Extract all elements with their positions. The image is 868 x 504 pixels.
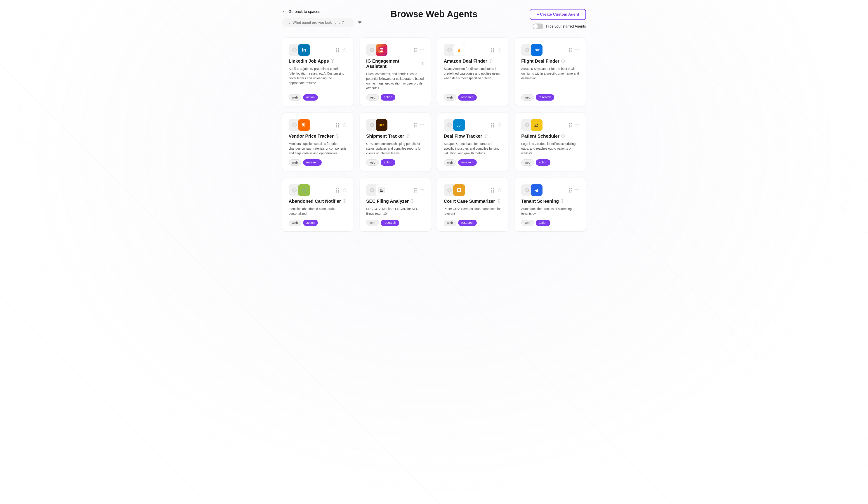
tag-action: action bbox=[381, 94, 395, 101]
star-icon[interactable]: ☆ bbox=[342, 122, 347, 128]
star-icon[interactable]: ☆ bbox=[575, 187, 579, 193]
brand-icon-sec-filing-analyzer: ⚖ bbox=[376, 184, 388, 196]
more-options-icon[interactable] bbox=[569, 188, 572, 193]
more-options-icon[interactable] bbox=[414, 188, 416, 193]
svg-text:Z:: Z: bbox=[534, 123, 538, 127]
info-icon[interactable]: ⓘ bbox=[561, 199, 564, 204]
more-options-icon[interactable] bbox=[336, 123, 339, 127]
agent-card-linkedin-job-apps[interactable]: in ☆ LinkedIn Job Apps ⓘ Applies to jobs… bbox=[282, 38, 353, 106]
tag-web: web bbox=[444, 94, 456, 101]
agent-title: Vendor Price Tracker ⓘ bbox=[289, 134, 347, 139]
back-arrow-icon: ← bbox=[282, 9, 287, 14]
star-icon[interactable]: ☆ bbox=[342, 187, 347, 193]
more-options-icon[interactable] bbox=[491, 188, 494, 193]
agent-tags: webaction bbox=[289, 220, 347, 226]
star-icon[interactable]: ☆ bbox=[420, 187, 424, 193]
agent-card-shipment-tracker[interactable]: UPS ☆ Shipment Tracker ⓘ UPS.com Monitor… bbox=[360, 113, 431, 171]
search-input[interactable] bbox=[292, 21, 350, 25]
info-icon[interactable]: ⓘ bbox=[406, 134, 410, 138]
agent-tags: webresearch bbox=[521, 94, 579, 101]
agent-description: Automates the process of screening tenan… bbox=[521, 207, 579, 216]
agent-card-vendor-price-tracker[interactable]: 阿 ☆ Vendor Price Tracker ⓘ Monitors supp… bbox=[282, 113, 353, 171]
more-options-icon[interactable] bbox=[414, 48, 416, 52]
star-icon[interactable]: ☆ bbox=[497, 187, 502, 193]
star-icon[interactable]: ☆ bbox=[497, 122, 502, 128]
agent-tags: webresearch bbox=[444, 94, 502, 101]
more-options-icon[interactable] bbox=[569, 48, 572, 52]
tag-research: research bbox=[458, 220, 477, 226]
more-options-icon[interactable] bbox=[414, 123, 416, 127]
brand-icon-deal-flow-tracker: cb bbox=[453, 119, 465, 131]
tag-research: research bbox=[381, 220, 399, 226]
agent-card-patient-scheduler[interactable]: Z: ☆ Patient Scheduler ⓘ Logs into Zocdo… bbox=[515, 113, 586, 171]
agent-tags: webresearch bbox=[444, 160, 502, 166]
agent-card-deal-flow-tracker[interactable]: cb ☆ Deal Flow Tracker ⓘ Scrapes Crunchb… bbox=[437, 113, 508, 171]
star-icon[interactable]: ☆ bbox=[575, 47, 579, 53]
svg-text:阿: 阿 bbox=[301, 123, 306, 127]
tag-web: web bbox=[366, 160, 379, 166]
agent-card-sec-filing-analyzer[interactable]: ⚖ ☆ SEC Filing Analyzer ⓘ SEC.GOV. Monit… bbox=[360, 178, 431, 232]
star-icon[interactable]: ☆ bbox=[575, 122, 579, 128]
info-icon[interactable]: ⓘ bbox=[497, 199, 500, 204]
agent-card-court-case-summarizer[interactable]: ☆ Court Case Summarizer ⓘ Pacer.GOV. Scr… bbox=[437, 178, 508, 232]
svg-text:◀: ◀ bbox=[534, 188, 538, 193]
search-icon bbox=[286, 20, 290, 25]
tag-web: web bbox=[521, 220, 534, 226]
page-title: Browse Web Agents bbox=[391, 9, 478, 19]
agent-tags: webaction bbox=[521, 160, 579, 166]
info-icon[interactable]: ⓘ bbox=[411, 199, 414, 204]
tag-web: web bbox=[289, 94, 301, 101]
agent-description: Likes, comments, and sends DMs to potent… bbox=[366, 72, 424, 91]
info-icon[interactable]: ⓘ bbox=[561, 134, 565, 138]
brand-icon-flight-deal-finder: SKY bbox=[531, 44, 542, 56]
agent-description: Identifies abandoned carts, drafts perso… bbox=[289, 207, 347, 216]
svg-point-0 bbox=[287, 21, 289, 23]
agent-card-amazon-deal-finder[interactable]: a ☆ Amazon Deal Finder ⓘ Scans Amazon fo… bbox=[437, 38, 508, 106]
info-icon[interactable]: ⓘ bbox=[489, 59, 493, 63]
svg-rect-7 bbox=[379, 47, 385, 53]
tag-web: web bbox=[521, 94, 534, 101]
agent-card-tenant-screening[interactable]: ◀ ☆ Tenant Screening ⓘ Automates the pro… bbox=[515, 178, 586, 232]
agent-title: LinkedIn Job Apps ⓘ bbox=[289, 59, 347, 64]
tag-research: research bbox=[303, 160, 322, 166]
svg-point-10 bbox=[383, 48, 383, 49]
svg-text:in: in bbox=[302, 48, 306, 52]
star-icon[interactable]: ☆ bbox=[342, 47, 347, 53]
tag-web: web bbox=[444, 220, 456, 226]
info-icon[interactable]: ⓘ bbox=[421, 61, 424, 66]
star-icon[interactable]: ☆ bbox=[420, 47, 424, 53]
svg-line-1 bbox=[289, 23, 290, 24]
agent-title: Flight Deal Finder ⓘ bbox=[521, 59, 579, 64]
tag-action: action bbox=[536, 160, 550, 166]
info-icon[interactable]: ⓘ bbox=[335, 134, 339, 138]
more-options-icon[interactable] bbox=[491, 48, 494, 52]
filter-icon[interactable] bbox=[357, 20, 362, 25]
create-custom-agent-button[interactable]: + Create Custom Agent bbox=[530, 9, 586, 20]
tag-web: web bbox=[289, 160, 301, 166]
more-options-icon[interactable] bbox=[569, 123, 572, 127]
agent-tags: webresearch bbox=[444, 220, 502, 226]
agent-title: Tenant Screening ⓘ bbox=[521, 199, 579, 204]
back-label: Go back to spaces bbox=[288, 10, 320, 14]
info-icon[interactable]: ⓘ bbox=[561, 59, 565, 63]
agent-tags: webaction bbox=[521, 220, 579, 226]
back-to-spaces-link[interactable]: ← Go back to spaces bbox=[282, 9, 362, 14]
tag-action: action bbox=[536, 220, 550, 226]
more-options-icon[interactable] bbox=[491, 123, 494, 127]
agent-description: Applies to jobs w/ predefined criteria (… bbox=[289, 66, 347, 91]
info-icon[interactable]: ⓘ bbox=[484, 134, 488, 138]
hide-starred-toggle[interactable] bbox=[533, 23, 544, 29]
more-options-icon[interactable] bbox=[336, 188, 339, 193]
tag-web: web bbox=[289, 220, 301, 226]
search-bar bbox=[282, 18, 354, 27]
agent-card-ig-engagement[interactable]: ☆ IG Engagement Assistant ⓘ Likes, comme… bbox=[360, 38, 431, 106]
star-icon[interactable]: ☆ bbox=[420, 122, 424, 128]
star-icon[interactable]: ☆ bbox=[497, 47, 502, 53]
agent-card-flight-deal-finder[interactable]: SKY ☆ Flight Deal Finder ⓘ Scrapes Skysc… bbox=[515, 38, 586, 106]
agent-tags: webaction bbox=[289, 94, 347, 101]
agent-title: Amazon Deal Finder ⓘ bbox=[444, 59, 502, 64]
info-icon[interactable]: ⓘ bbox=[331, 59, 334, 63]
info-icon[interactable]: ⓘ bbox=[343, 199, 346, 204]
more-options-icon[interactable] bbox=[336, 48, 339, 52]
agent-card-abandoned-cart-notifier[interactable]: 🛒 ☆ Abandoned Cart Notifier ⓘ Identifies… bbox=[282, 178, 353, 232]
